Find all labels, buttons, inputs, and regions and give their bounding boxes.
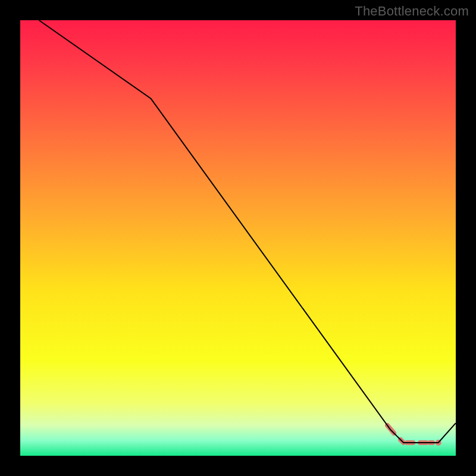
watermark-text: TheBottleneck.com bbox=[355, 4, 469, 19]
bottleneck-chart bbox=[0, 0, 476, 476]
chart-stage: TheBottleneck.com bbox=[0, 0, 476, 476]
gradient-background bbox=[20, 20, 456, 456]
